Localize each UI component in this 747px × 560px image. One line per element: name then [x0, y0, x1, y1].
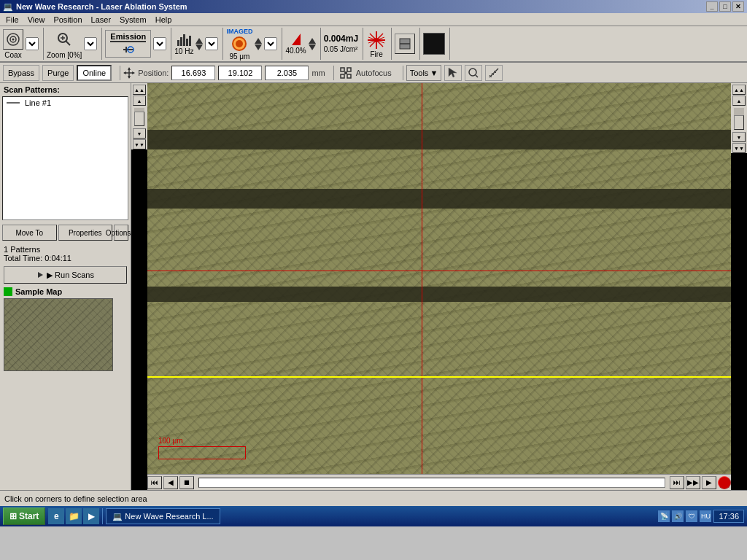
fluence-value: 0.05 J/cm² [324, 44, 358, 54]
nav-up-button[interactable]: ▲ [133, 96, 146, 106]
taskbar-app-item[interactable]: 💻 New Wave Research L... [106, 508, 220, 524]
pattern-item[interactable]: Line #1 [3, 97, 128, 109]
quick-launch-media[interactable]: ▶ [83, 508, 99, 524]
left-scroll-thumb[interactable] [134, 112, 144, 126]
nav-up-double-button[interactable]: ▲▲ [133, 85, 146, 95]
imaged-label: IMAGED [226, 28, 252, 35]
ablation-line-1 [147, 130, 731, 149]
tray-icon-3[interactable]: 🛡 [686, 510, 697, 522]
transport-record-button[interactable] [718, 476, 731, 489]
select-tool-button[interactable] [444, 65, 462, 81]
sample-map-thumbnail[interactable] [4, 298, 113, 371]
transport-progress-bar[interactable] [198, 478, 665, 488]
power-up-arrow[interactable] [309, 38, 316, 44]
power-arrows [309, 38, 316, 50]
right-nav-down-button[interactable]: ▼ [732, 132, 746, 142]
options-dropdown-button[interactable]: Options ▼ [114, 225, 128, 241]
quick-launch-folder[interactable]: 📁 [66, 508, 82, 524]
svg-line-32 [476, 75, 478, 77]
nav-down-button[interactable]: ▼ [133, 128, 146, 139]
right-nav-up-button[interactable]: ▲ [732, 96, 746, 106]
svg-rect-26 [347, 68, 351, 71]
preview-section [423, 28, 450, 60]
maximize-button[interactable]: □ [719, 1, 731, 12]
bypass-button[interactable]: Bypass [3, 65, 39, 81]
move-to-button[interactable]: Move To [2, 225, 57, 241]
taskbar-app-label: New Wave Research L... [125, 512, 213, 521]
right-nav-up-double-button[interactable]: ▲▲ [732, 85, 746, 95]
menu-help[interactable]: Help [151, 15, 177, 25]
menu-view[interactable]: View [23, 15, 50, 25]
scan-patterns-list[interactable]: Line #1 [2, 96, 128, 220]
microscope-view[interactable]: 100 μm [147, 83, 731, 474]
minimize-button[interactable]: _ [706, 1, 718, 12]
pos-x-input[interactable] [171, 66, 215, 80]
spot-dropdown[interactable] [264, 37, 277, 50]
spot-up-arrow[interactable] [255, 38, 262, 44]
spot-down-arrow[interactable] [255, 44, 262, 50]
emission-label: Emission [110, 32, 146, 42]
menu-file[interactable]: File [1, 15, 23, 25]
shutter-button[interactable] [395, 34, 415, 54]
tools-dropdown[interactable]: Tools ▼ [406, 65, 442, 81]
pos-y-input[interactable] [218, 66, 262, 80]
run-scans-button[interactable]: ▶ Run Scans [4, 266, 127, 284]
power-section: 40.0% [285, 28, 320, 60]
start-icon: ⊞ [9, 511, 17, 521]
freq-up-arrow[interactable] [196, 38, 203, 44]
coax-dropdown[interactable] [26, 37, 39, 50]
tray-icon-2[interactable]: 🔊 [672, 510, 684, 522]
total-time-label: Total Time: [4, 254, 42, 262]
properties-button[interactable]: Properties [58, 225, 113, 241]
status-message: Click on corners to define selection are… [4, 494, 743, 503]
transport-ff-double-button[interactable]: ⏭ [670, 476, 684, 489]
menu-laser[interactable]: Laser [87, 15, 116, 25]
title-bar-controls[interactable]: _ □ ✕ [706, 1, 744, 12]
power-triangle-icon [292, 34, 301, 45]
close-button[interactable]: ✕ [732, 1, 744, 12]
emission-control[interactable]: Emission [105, 30, 151, 58]
right-nav-down-double-button[interactable]: ▼▼ [732, 143, 746, 153]
nav-down-double-button[interactable]: ▼▼ [133, 139, 146, 149]
measure-tool-button[interactable] [485, 65, 503, 81]
pos-z-input[interactable] [265, 66, 309, 80]
coax-icon[interactable] [3, 29, 23, 50]
svg-marker-22 [128, 76, 131, 79]
taskbar: ⊞ Start e 📁 ▶ 💻 New Wave Research L... 📡… [0, 506, 747, 526]
options-label: Options [106, 229, 131, 237]
zoom-dropdown[interactable] [84, 37, 97, 50]
svg-point-2 [12, 38, 15, 40]
purge-button[interactable]: Purge [42, 65, 74, 81]
menu-position[interactable]: Position [49, 15, 86, 25]
power-down-arrow[interactable] [309, 44, 316, 50]
autofocus-label: Autofocus [356, 69, 392, 77]
freq-down-arrow[interactable] [196, 44, 203, 50]
freq-dropdown[interactable] [205, 37, 218, 50]
pattern-name: Line #1 [25, 98, 51, 107]
right-scroll-track [734, 108, 744, 130]
fire-button[interactable]: Fire [366, 30, 387, 58]
scan-patterns-header: Scan Patterns: [0, 83, 131, 96]
total-time-value: 0:04:11 [44, 254, 71, 262]
menu-system[interactable]: System [115, 15, 151, 25]
transport-prev-button[interactable]: ◀ [163, 476, 178, 489]
sample-map-label: Sample Map [4, 287, 127, 296]
fire-label: Fire [371, 50, 383, 58]
zoom-tool-button[interactable] [465, 65, 482, 81]
start-button[interactable]: ⊞ Start [3, 508, 45, 525]
tray-icon-4[interactable]: HU [700, 510, 711, 522]
spot-control: IMAGED 95 μm [226, 28, 252, 61]
microscope-image: 100 μm [147, 83, 731, 474]
transport-rewind-button[interactable]: ⏮ [147, 476, 162, 489]
emission-dropdown[interactable] [153, 37, 166, 50]
transport-stop-button[interactable]: ⏹ [179, 476, 194, 489]
energy-section: 0.004mJ 0.05 J/cm² [324, 28, 363, 60]
transport-play-button[interactable]: ▶ [702, 476, 716, 489]
menu-bar: File View Position Laser System Help [0, 13, 747, 26]
quick-launch-ie[interactable]: e [48, 508, 64, 524]
transport-ff-button[interactable]: ▶▶ [686, 476, 700, 489]
image-container[interactable]: ▲▲ ▲ ▼ ▼▼ 100 [131, 83, 747, 490]
online-button[interactable]: Online [77, 65, 112, 81]
tray-icon-1[interactable]: 📡 [658, 510, 670, 522]
right-scroll-thumb[interactable] [734, 115, 744, 130]
